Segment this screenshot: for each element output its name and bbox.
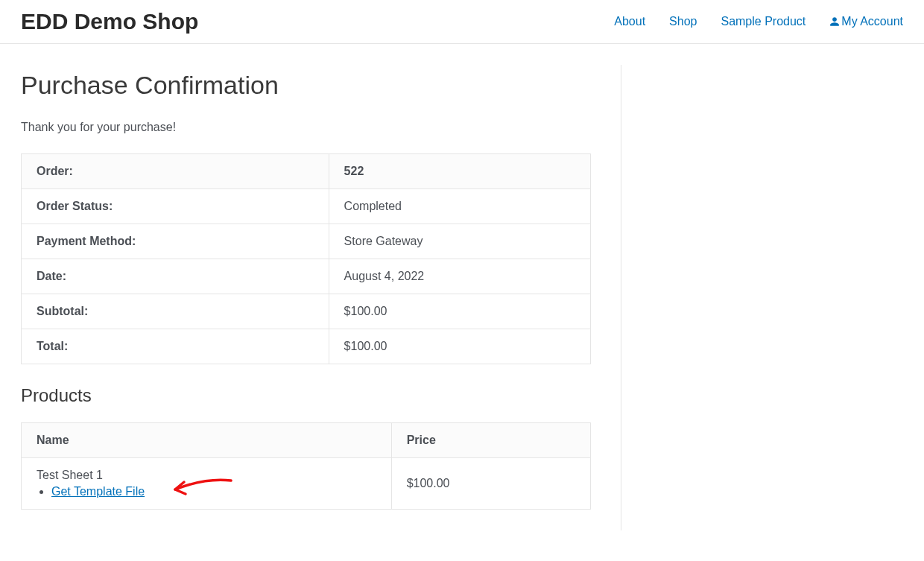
nav-about[interactable]: About — [614, 15, 645, 28]
product-name-cell: Test Sheet 1 Get Template File — [22, 458, 392, 510]
nav-sample-product[interactable]: Sample Product — [721, 15, 806, 28]
product-name: Test Sheet 1 — [37, 469, 103, 481]
payment-method-value: Store Gateway — [329, 224, 591, 259]
download-link[interactable]: Get Template File — [51, 485, 145, 498]
page-title: Purchase Confirmation — [21, 71, 591, 100]
thank-you-message: Thank you for your purchase! — [21, 121, 591, 134]
primary-nav: About Shop Sample Product My Account — [614, 15, 903, 28]
subtotal-value: $100.00 — [329, 294, 591, 329]
total-label: Total: — [22, 329, 329, 364]
annotation-arrow-icon — [168, 475, 235, 501]
products-header-row: Name Price — [22, 423, 591, 458]
order-status-label: Order Status: — [22, 189, 329, 224]
nav-shop[interactable]: Shop — [669, 15, 697, 28]
page-container: Purchase Confirmation Thank you for your… — [0, 44, 924, 560]
order-row-payment-method: Payment Method: Store Gateway — [22, 224, 591, 259]
subtotal-label: Subtotal: — [22, 294, 329, 329]
order-row-number: Order: 522 — [22, 154, 591, 189]
date-label: Date: — [22, 259, 329, 294]
order-row-date: Date: August 4, 2022 — [22, 259, 591, 294]
total-value: $100.00 — [329, 329, 591, 364]
order-value: 522 — [329, 154, 591, 189]
products-table: Name Price Test Sheet 1 Get Template Fil… — [21, 422, 591, 510]
payment-method-label: Payment Method: — [22, 224, 329, 259]
product-price-cell: $100.00 — [391, 458, 590, 510]
date-value: August 4, 2022 — [329, 259, 591, 294]
order-row-subtotal: Subtotal: $100.00 — [22, 294, 591, 329]
nav-my-account[interactable]: My Account — [829, 15, 903, 28]
order-row-status: Order Status: Completed — [22, 189, 591, 224]
sidebar — [621, 65, 903, 530]
products-col-name: Name — [22, 423, 392, 458]
order-details-table: Order: 522 Order Status: Completed Payme… — [21, 153, 591, 364]
nav-my-account-label: My Account — [841, 15, 903, 28]
site-header: EDD Demo Shop About Shop Sample Product … — [0, 0, 924, 44]
products-col-price: Price — [391, 423, 590, 458]
order-label: Order: — [22, 154, 329, 189]
main-content: Purchase Confirmation Thank you for your… — [21, 65, 621, 530]
order-row-total: Total: $100.00 — [22, 329, 591, 364]
site-title[interactable]: EDD Demo Shop — [21, 9, 198, 34]
user-icon — [829, 16, 840, 27]
order-status-value: Completed — [329, 189, 591, 224]
products-heading: Products — [21, 385, 591, 406]
product-row: Test Sheet 1 Get Template File $100.00 — [22, 458, 591, 510]
